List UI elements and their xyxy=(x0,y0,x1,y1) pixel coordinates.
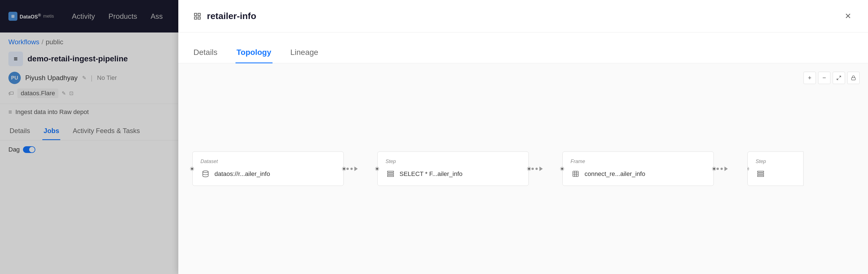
modal-title-icon xyxy=(192,11,203,21)
node-text-3: connect_re...ailer_info xyxy=(585,170,645,178)
modal-panel: retailer-info ✕ Details Topology Lineage… xyxy=(178,0,868,274)
node-frame[interactable]: Frame connect_re...ailer_info xyxy=(562,151,714,186)
svg-rect-3 xyxy=(198,17,200,19)
arrow-dot xyxy=(532,168,534,170)
arrow-head xyxy=(539,166,543,171)
lock-button[interactable] xyxy=(847,72,860,84)
modal-title: retailer-info xyxy=(207,11,256,21)
node-content-3: connect_re...ailer_info xyxy=(570,169,706,179)
arrow-dots-3 xyxy=(714,166,731,171)
arrow-3 xyxy=(714,166,747,171)
node-dot-left-4 xyxy=(747,167,749,170)
node-content-4 xyxy=(755,169,796,179)
node-dot-left-2 xyxy=(375,167,379,170)
svg-rect-10 xyxy=(388,175,394,176)
svg-line-4 xyxy=(839,76,841,77)
node-content-2: SELECT * F...ailer_info xyxy=(385,169,521,179)
node-type-label-3: Frame xyxy=(570,159,706,165)
topology-canvas: + − Dataset xyxy=(178,63,868,274)
node-content-1: dataos://r...ailer_info xyxy=(200,169,336,179)
modal-tab-details[interactable]: Details xyxy=(192,42,219,63)
arrow-dots-1 xyxy=(344,166,361,171)
frame-icon xyxy=(570,169,581,179)
modal-tab-topology[interactable]: Topology xyxy=(236,42,273,63)
arrow-dot xyxy=(720,168,723,170)
modal-title-area: retailer-info xyxy=(192,11,256,21)
svg-rect-17 xyxy=(757,173,764,174)
flow-diagram: Dataset dataos://r...ailer_info xyxy=(192,151,804,186)
arrow-dot xyxy=(350,168,353,170)
node-type-label-4: Step xyxy=(755,159,796,165)
node-dataset[interactable]: Dataset dataos://r...ailer_info xyxy=(192,151,344,186)
arrow-head xyxy=(724,166,728,171)
modal-tab-lineage[interactable]: Lineage xyxy=(289,42,320,63)
arrow-dots-2 xyxy=(529,166,546,171)
node-text-2: SELECT * F...ailer_info xyxy=(400,170,463,178)
step2-icon xyxy=(755,169,766,179)
node-step[interactable]: Step SELECT * F...ailer_info xyxy=(377,151,529,186)
node-type-label-2: Step xyxy=(385,159,521,165)
node-dot-left-1 xyxy=(190,167,194,170)
svg-rect-2 xyxy=(194,17,197,19)
step-icon xyxy=(385,169,396,179)
arrow-head xyxy=(354,166,358,171)
arrow-1 xyxy=(344,166,377,171)
arrow-dot xyxy=(717,168,719,170)
svg-point-7 xyxy=(203,171,208,173)
node-type-label-1: Dataset xyxy=(200,159,336,165)
svg-rect-6 xyxy=(851,78,856,80)
canvas-controls: + − xyxy=(804,72,860,84)
node-text-1: dataos://r...ailer_info xyxy=(215,170,270,178)
zoom-in-button[interactable]: + xyxy=(804,72,816,84)
svg-rect-9 xyxy=(388,173,394,174)
node-step-partial[interactable]: Step xyxy=(747,151,804,186)
svg-line-5 xyxy=(837,78,838,80)
zoom-out-button[interactable]: − xyxy=(818,72,831,84)
svg-rect-16 xyxy=(757,171,764,172)
close-button[interactable]: ✕ xyxy=(842,10,854,23)
arrow-2 xyxy=(529,166,562,171)
svg-rect-18 xyxy=(757,175,764,176)
svg-rect-11 xyxy=(573,171,579,177)
node-dot-left-3 xyxy=(560,167,564,170)
modal-header: retailer-info ✕ xyxy=(178,0,868,33)
dataset-icon xyxy=(200,169,211,179)
svg-rect-1 xyxy=(198,13,200,15)
svg-rect-8 xyxy=(388,171,394,172)
svg-rect-0 xyxy=(194,13,197,15)
arrow-dot xyxy=(346,168,349,170)
modal-tabs: Details Topology Lineage xyxy=(178,33,868,63)
arrow-dot xyxy=(535,168,538,170)
expand-button[interactable] xyxy=(833,72,845,84)
